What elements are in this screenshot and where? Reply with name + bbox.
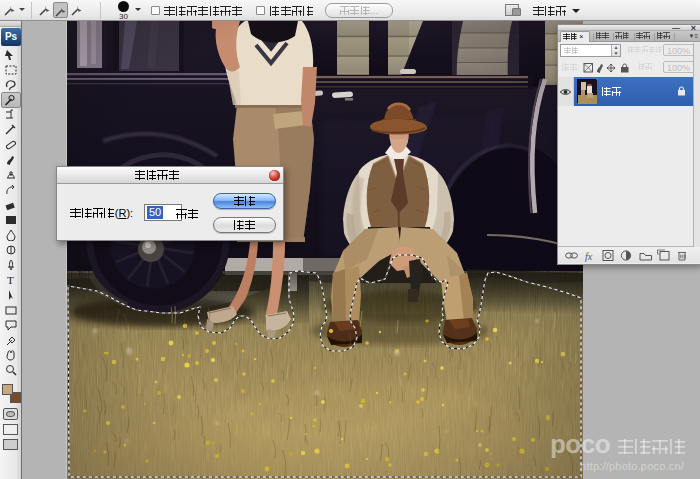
svg-text:fx: fx: [585, 251, 593, 262]
svg-text:T: T: [7, 274, 14, 286]
